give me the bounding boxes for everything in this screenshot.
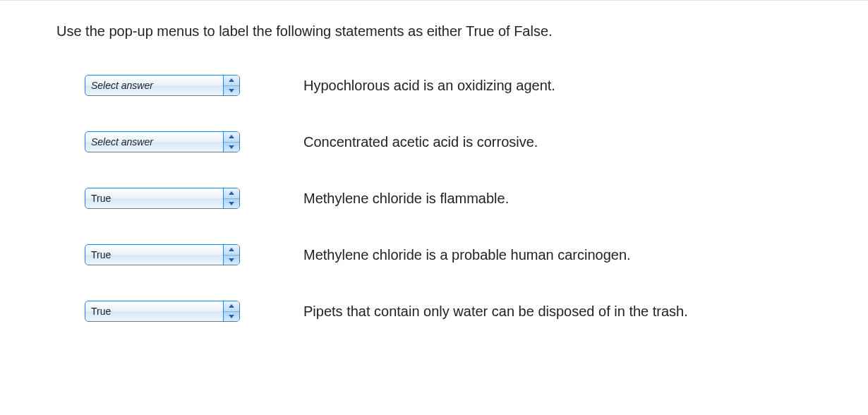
arrow-down-icon: [224, 255, 239, 265]
arrow-up-icon: [224, 245, 239, 255]
answer-select-value: True: [85, 245, 224, 265]
instruction-text: Use the pop-up menus to label the follow…: [56, 23, 812, 40]
arrow-up-icon: [224, 76, 239, 85]
answer-select-value: Select answer: [85, 132, 224, 152]
question-container: Use the pop-up menus to label the follow…: [0, 0, 868, 385]
question-row: True Methylene chloride is flammable.: [85, 188, 812, 209]
question-rows: Select answer Hypochlorous acid is an ox…: [56, 75, 812, 322]
statement-text: Concentrated acetic acid is corrosive.: [303, 134, 538, 150]
stepper-arrows-icon: [224, 245, 239, 265]
answer-select-value: Select answer: [85, 76, 224, 95]
stepper-arrows-icon: [224, 132, 239, 152]
statement-text: Hypochlorous acid is an oxidizing agent.: [303, 78, 555, 94]
stepper-arrows-icon: [224, 188, 239, 208]
answer-select[interactable]: True: [85, 244, 240, 265]
answer-select[interactable]: True: [85, 188, 240, 209]
answer-select[interactable]: Select answer: [85, 75, 240, 96]
statement-text: Methylene chloride is flammable.: [303, 191, 509, 207]
statement-text: Pipets that contain only water can be di…: [303, 303, 688, 320]
question-row: Select answer Concentrated acetic acid i…: [85, 131, 812, 152]
question-row: True Methylene chloride is a probable hu…: [85, 244, 812, 265]
arrow-down-icon: [224, 311, 239, 322]
answer-select-value: True: [85, 301, 224, 321]
arrow-up-icon: [224, 188, 239, 198]
arrow-down-icon: [224, 198, 239, 209]
answer-select-value: True: [85, 188, 224, 208]
stepper-arrows-icon: [224, 301, 239, 321]
answer-select[interactable]: Select answer: [85, 131, 240, 152]
answer-select[interactable]: True: [85, 301, 240, 322]
arrow-down-icon: [224, 142, 239, 152]
arrow-up-icon: [224, 301, 239, 311]
statement-text: Methylene chloride is a probable human c…: [303, 247, 631, 263]
arrow-up-icon: [224, 132, 239, 142]
stepper-arrows-icon: [224, 76, 239, 95]
question-row: True Pipets that contain only water can …: [85, 301, 812, 322]
arrow-down-icon: [224, 85, 239, 96]
question-row: Select answer Hypochlorous acid is an ox…: [85, 75, 812, 96]
